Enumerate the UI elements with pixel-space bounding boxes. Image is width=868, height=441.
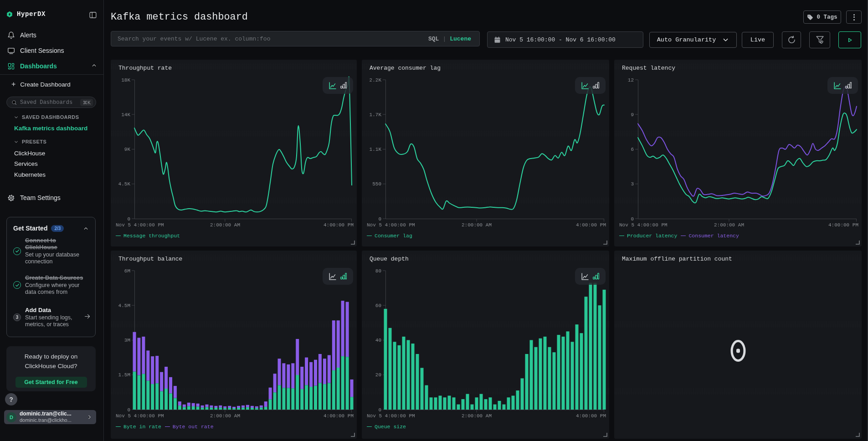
svg-text:0: 0 — [127, 216, 130, 222]
svg-text:60: 60 — [375, 303, 381, 308]
svg-text:4:00:00 PM: 4:00:00 PM — [324, 413, 354, 419]
svg-text:0: 0 — [127, 407, 130, 413]
svg-text:6M: 6M — [124, 268, 130, 274]
svg-text:20: 20 — [375, 372, 381, 378]
svg-text:1.1K: 1.1K — [370, 147, 382, 152]
svg-text:18K: 18K — [121, 77, 130, 83]
svg-text:Nov 5 4:00:00 PM: Nov 5 4:00:00 PM — [367, 222, 415, 228]
svg-text:0: 0 — [378, 407, 381, 413]
svg-text:2:00:00 AM: 2:00:00 AM — [714, 222, 744, 228]
svg-text:9K: 9K — [124, 147, 131, 152]
svg-text:4:00:00 PM: 4:00:00 PM — [828, 222, 858, 228]
svg-text:1.7K: 1.7K — [370, 112, 382, 118]
svg-text:4.5K: 4.5K — [118, 181, 131, 187]
svg-text:Nov 5 4:00:00 PM: Nov 5 4:00:00 PM — [116, 413, 164, 419]
svg-text:80: 80 — [375, 268, 381, 274]
svg-text:0: 0 — [378, 216, 381, 222]
svg-text:9: 9 — [631, 112, 634, 118]
svg-text:4:00:00 PM: 4:00:00 PM — [324, 222, 354, 228]
svg-text:12: 12 — [628, 77, 634, 83]
svg-text:4:00:00 PM: 4:00:00 PM — [576, 413, 606, 419]
svg-text:3: 3 — [631, 181, 634, 187]
svg-text:550: 550 — [372, 181, 381, 187]
svg-text:3M: 3M — [124, 338, 130, 343]
svg-text:14K: 14K — [121, 112, 130, 118]
svg-text:4.5M: 4.5M — [118, 303, 130, 308]
svg-text:2:00:00 AM: 2:00:00 AM — [462, 413, 492, 419]
svg-text:Nov 5 4:00:00 PM: Nov 5 4:00:00 PM — [116, 222, 164, 228]
svg-text:2:00:00 AM: 2:00:00 AM — [210, 222, 240, 228]
svg-text:Nov 5 4:00:00 PM: Nov 5 4:00:00 PM — [367, 413, 415, 419]
svg-text:2.2K: 2.2K — [370, 77, 382, 83]
svg-text:2:00:00 AM: 2:00:00 AM — [210, 413, 240, 419]
svg-text:2:00:00 AM: 2:00:00 AM — [462, 222, 492, 228]
svg-text:0: 0 — [631, 216, 634, 222]
svg-text:4:00:00 PM: 4:00:00 PM — [576, 222, 606, 228]
svg-text:1.5M: 1.5M — [118, 372, 130, 378]
svg-text:Nov 5 4:00:00 PM: Nov 5 4:00:00 PM — [619, 222, 668, 228]
svg-text:40: 40 — [375, 338, 381, 343]
svg-text:6: 6 — [631, 147, 634, 152]
